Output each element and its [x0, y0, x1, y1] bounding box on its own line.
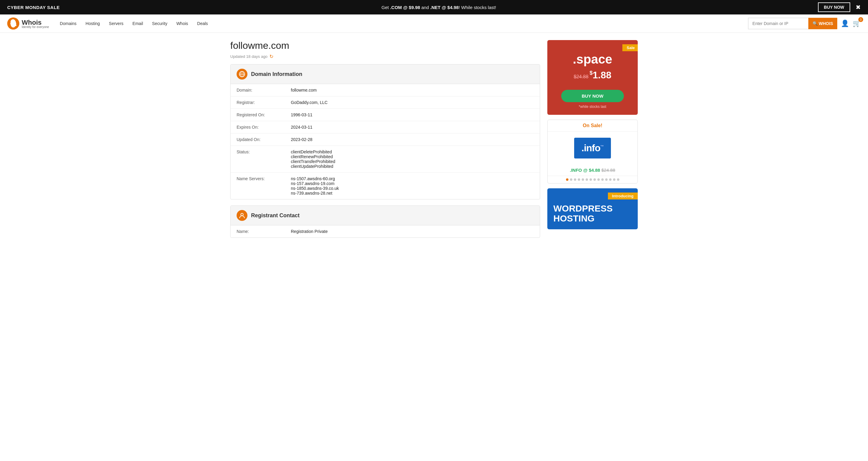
carousel-dot[interactable] [613, 178, 615, 181]
field-label: Updated On: [230, 133, 285, 146]
carousel-dots [548, 176, 638, 183]
table-row: Name Servers:ns-1507.awsdns-60.org ns-15… [230, 173, 540, 199]
info-promo-card: On Sale! .info™ .INFO @ $4.88 $24.88 [547, 120, 638, 184]
svg-point-1 [11, 20, 16, 27]
field-value: 2023-02-28 [285, 133, 540, 146]
domain-info-card: Domain Information Domain:followme.comRe… [230, 64, 540, 199]
field-label: Expires On: [230, 121, 285, 133]
carousel-dot[interactable] [593, 178, 596, 181]
registrant-title: Registrant Contact [251, 212, 300, 219]
carousel-dot[interactable] [597, 178, 600, 181]
nav-links: Domains Hosting Servers Email Security W… [56, 19, 748, 28]
cart-icon-wrapper[interactable]: 🛒 0 [852, 20, 861, 27]
carousel-dot[interactable] [605, 178, 608, 181]
registrant-icon [237, 210, 247, 221]
nav-servers[interactable]: Servers [105, 19, 127, 28]
wp-title: WORDPRESSHOSTING [553, 204, 632, 223]
right-sidebar: Sale .space $24.88 $1.88 BUY NOW *while … [547, 40, 638, 244]
info-logo-box: .info™ [574, 138, 611, 158]
updated-info: Updated 18 days ago ↻ [230, 54, 540, 59]
space-price-row: $24.88 $1.88 [553, 70, 632, 81]
domain-info-icon [237, 69, 247, 80]
logo-icon [7, 18, 19, 30]
banner-buy-now-button[interactable]: BUY NOW [818, 2, 850, 12]
main-content: followme.com Updated 18 days ago ↻ Domai… [223, 33, 645, 251]
nav-deals[interactable]: Deals [193, 19, 212, 28]
carousel-dot[interactable] [566, 178, 568, 181]
carousel-dot[interactable] [601, 178, 604, 181]
carousel-dot[interactable] [570, 178, 572, 181]
field-value: followme.com [285, 84, 540, 96]
search-container: 🔍 WHOIS [748, 18, 837, 29]
refresh-icon[interactable]: ↻ [270, 54, 273, 59]
net-highlight: .NET @ $4.98 [430, 5, 459, 10]
nav-domains[interactable]: Domains [56, 19, 80, 28]
field-label: Name Servers: [230, 173, 285, 199]
navbar: Whois Identity for everyone Domains Host… [0, 14, 868, 33]
user-icon: 👤 [841, 20, 849, 27]
search-btn-label: WHOIS [819, 21, 833, 26]
field-label: Name: [230, 225, 285, 238]
table-row: Name:Registration Private [230, 225, 540, 238]
field-label: Domain: [230, 84, 285, 96]
nav-security[interactable]: Security [149, 19, 171, 28]
registrant-header: Registrant Contact [230, 206, 540, 225]
carousel-dot[interactable] [590, 178, 592, 181]
space-buy-now-button[interactable]: BUY NOW [561, 90, 624, 102]
field-value: GoDaddy.com, LLC [285, 96, 540, 109]
carousel-dot[interactable] [582, 178, 584, 181]
table-row: Registered On:1996-03-11 [230, 109, 540, 121]
field-value: ns-1507.awsdns-60.org ns-157.awsdns-19.c… [285, 173, 540, 199]
carousel-dot[interactable] [578, 178, 580, 181]
space-tld: .space [553, 52, 632, 67]
field-value: 1996-03-11 [285, 109, 540, 121]
field-value: clientDeleteProhibited clientRenewProhib… [285, 146, 540, 173]
banner-close-button[interactable]: ✖ [856, 4, 861, 10]
space-price-old: $24.88 [574, 74, 588, 79]
introducing-banner: Introducing [608, 192, 638, 199]
sale-label: CYBER MONDAY SALE [7, 5, 60, 10]
carousel-dot[interactable] [617, 178, 619, 181]
search-icon: 🔍 [812, 21, 818, 26]
table-row: Updated On:2023-02-28 [230, 133, 540, 146]
nav-whois[interactable]: Whois [173, 19, 192, 28]
nav-right: 🔍 WHOIS 👤 🛒 0 [748, 18, 861, 29]
info-logo-tm: ™ [600, 144, 604, 149]
nav-email[interactable]: Email [129, 19, 147, 28]
table-row: Domain:followme.com [230, 84, 540, 96]
svg-point-7 [241, 213, 243, 216]
user-icon-wrapper[interactable]: 👤 [841, 20, 849, 27]
left-panel: followme.com Updated 18 days ago ↻ Domai… [230, 40, 540, 244]
cart-badge: 0 [858, 17, 863, 22]
search-input[interactable] [748, 18, 808, 29]
search-button[interactable]: 🔍 WHOIS [808, 18, 837, 29]
carousel-dot[interactable] [586, 178, 588, 181]
on-sale-header: On Sale! [548, 120, 638, 132]
com-highlight: .COM @ $9.98 [390, 5, 420, 10]
top-banner: CYBER MONDAY SALE Get .COM @ $9.98 and .… [0, 0, 868, 14]
field-label: Registrar: [230, 96, 285, 109]
info-price-line: .INFO @ $4.88 $24.88 [548, 164, 638, 176]
field-label: Status: [230, 146, 285, 173]
promo-text: Get .COM @ $9.98 and .NET @ $4.98! While… [60, 5, 818, 10]
space-price-new: $1.88 [590, 70, 611, 81]
info-logo-text: .info™ [581, 143, 604, 153]
domain-info-header: Domain Information [230, 64, 540, 84]
table-row: Status:clientDeleteProhibited clientRene… [230, 146, 540, 173]
field-value: 2024-03-11 [285, 121, 540, 133]
logo-area[interactable]: Whois Identity for everyone [7, 18, 49, 30]
registrant-contact-card: Registrant Contact Name:Registration Pri… [230, 206, 540, 238]
domain-info-table: Domain:followme.comRegistrar:GoDaddy.com… [230, 84, 540, 199]
svg-point-0 [7, 18, 19, 30]
table-row: Registrar:GoDaddy.com, LLC [230, 96, 540, 109]
carousel-dot[interactable] [574, 178, 576, 181]
space-promo-card: Sale .space $24.88 $1.88 BUY NOW *while … [547, 40, 638, 115]
sale-ribbon: Sale [622, 44, 638, 51]
nav-hosting[interactable]: Hosting [82, 19, 103, 28]
carousel-dot[interactable] [609, 178, 612, 181]
space-disclaimer: *while stocks last [553, 104, 632, 109]
wp-promo-card: Introducing WORDPRESSHOSTING [547, 188, 638, 229]
field-label: Registered On: [230, 109, 285, 121]
logo-sub: Identity for everyone [22, 25, 49, 29]
info-logo-area: .info™ [548, 132, 638, 164]
